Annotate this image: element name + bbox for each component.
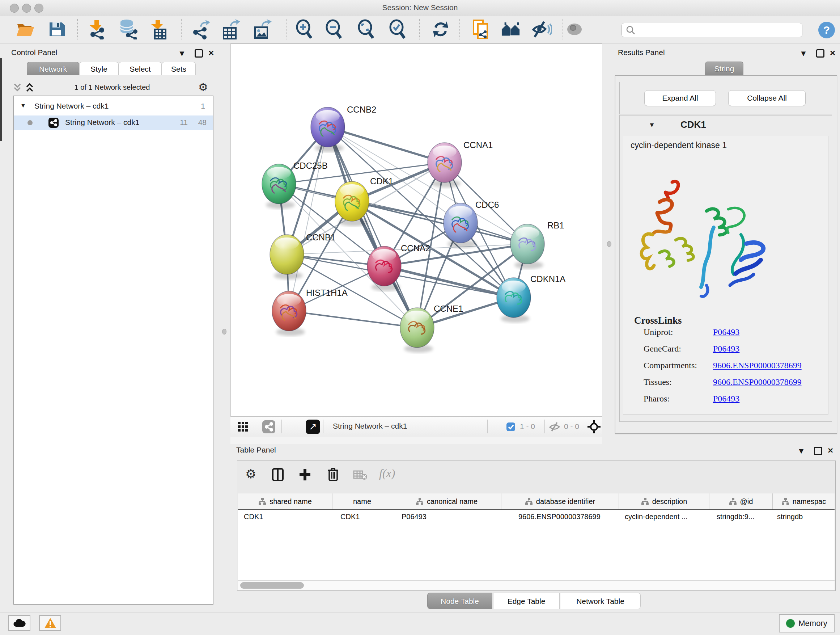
- first-neighbors-button[interactable]: [501, 19, 521, 40]
- graph-node-CDC6[interactable]: [444, 203, 477, 243]
- warnings-button[interactable]: [39, 615, 61, 631]
- search-input[interactable]: [622, 23, 802, 37]
- export-table-button[interactable]: [221, 19, 241, 40]
- import-table-button[interactable]: [148, 19, 169, 40]
- cell-database-identifier[interactable]: 9606.ENSP00000378699: [501, 510, 619, 523]
- column-header[interactable]: @id: [709, 494, 773, 509]
- cell-canonical-name[interactable]: P06493: [392, 510, 501, 523]
- crosslink-value[interactable]: P06493: [713, 327, 739, 337]
- import-network-database-button[interactable]: [118, 19, 138, 40]
- graph-node-HIST1H1A[interactable]: [272, 291, 306, 331]
- show-all-button[interactable]: [564, 19, 584, 40]
- collection-name: String Network – cdk1: [34, 102, 109, 111]
- expand-all-networks-button[interactable]: [12, 82, 22, 94]
- table-options-gear-icon[interactable]: ⚙: [245, 467, 256, 481]
- column-header[interactable]: namespac: [773, 494, 835, 509]
- scrollbar-thumb[interactable]: [240, 582, 304, 589]
- tab-node-table[interactable]: Node Table: [427, 593, 493, 609]
- column-header[interactable]: description: [619, 494, 709, 509]
- bird-eye-toggle-button[interactable]: [587, 420, 601, 435]
- grid-view-button[interactable]: [238, 421, 248, 434]
- column-header[interactable]: name: [332, 494, 392, 509]
- graph-node-CCNE1[interactable]: [400, 308, 434, 348]
- tab-select[interactable]: Select: [118, 62, 162, 75]
- column-header[interactable]: database identifier: [501, 494, 619, 509]
- graph-node-CCNA2[interactable]: [367, 246, 401, 286]
- network-view-share-button[interactable]: [262, 420, 275, 433]
- network-collection-row[interactable]: ▼ String Network – cdk1 1: [14, 100, 213, 113]
- graph-node-CCNA1[interactable]: [428, 143, 462, 182]
- zoom-selected-button[interactable]: [388, 19, 408, 40]
- graph-node-CDK1[interactable]: [335, 181, 369, 221]
- control-panel-menu-button[interactable]: ▼: [178, 50, 186, 57]
- tab-network[interactable]: Network: [27, 62, 79, 75]
- graph-node-CDKN1A[interactable]: [497, 278, 531, 318]
- table-horizontal-scrollbar[interactable]: [238, 580, 835, 590]
- hidden-indicator[interactable]: [549, 422, 561, 433]
- cell-description[interactable]: cyclin-dependent ...: [619, 510, 709, 523]
- open-session-button[interactable]: [15, 19, 35, 40]
- graph-node-CCNB1[interactable]: [270, 234, 304, 274]
- network-canvas[interactable]: CCNB2CCNA1CDC25BCDK1CDC6RB1CCNB1CCNA2CDK…: [231, 43, 602, 416]
- cell-name[interactable]: CDK1: [332, 510, 392, 523]
- import-network-file-button[interactable]: [87, 19, 107, 40]
- detach-view-button[interactable]: ↗: [306, 420, 320, 434]
- table-columns-button[interactable]: [272, 468, 284, 483]
- control-panel-close-button[interactable]: ×: [208, 49, 214, 57]
- graph-node-CDC25B[interactable]: [262, 164, 296, 204]
- tab-edge-table[interactable]: Edge Table: [493, 593, 560, 609]
- table-row[interactable]: CDK1 CDK1 P06493 9606.ENSP00000378699 cy…: [238, 510, 835, 523]
- table-panel-float-button[interactable]: [814, 447, 822, 455]
- crosslink-value[interactable]: 9606.ENSP00000378699: [713, 361, 802, 370]
- zoom-out-button[interactable]: [324, 19, 344, 40]
- collection-expand-caret[interactable]: ▼: [20, 103, 26, 109]
- network-table-splitter[interactable]: [231, 437, 602, 444]
- column-label: name: [353, 497, 371, 506]
- add-column-button[interactable]: [299, 468, 311, 483]
- table-panel-menu-button[interactable]: ▼: [797, 447, 805, 455]
- gene-collapse-caret[interactable]: ▼: [649, 121, 655, 129]
- export-network-button[interactable]: [190, 19, 210, 40]
- export-table-icon: [221, 19, 240, 40]
- hide-selected-button[interactable]: [532, 19, 552, 40]
- cell-namespace[interactable]: stringdb: [773, 510, 835, 523]
- zoom-fit-button[interactable]: [356, 19, 377, 40]
- tab-style[interactable]: Style: [79, 62, 118, 75]
- save-session-button[interactable]: [46, 19, 66, 40]
- column-header[interactable]: shared name: [238, 494, 332, 509]
- crosslink-label: Tissues:: [644, 377, 711, 387]
- delete-table-button[interactable]: [353, 470, 368, 482]
- export-image-button[interactable]: [253, 19, 273, 40]
- collapse-all-button[interactable]: Collapse All: [728, 90, 806, 106]
- automation-status-button[interactable]: [8, 615, 30, 631]
- refresh-button[interactable]: [431, 19, 451, 40]
- crosslink-value[interactable]: 9606.ENSP00000378699: [713, 377, 802, 386]
- column-header[interactable]: canonical name: [392, 494, 501, 509]
- results-panel-float-button[interactable]: [816, 49, 824, 57]
- control-panel-float-button[interactable]: [195, 49, 203, 57]
- results-panel-menu-button[interactable]: ▼: [799, 50, 807, 57]
- memory-button[interactable]: Memory: [779, 614, 835, 632]
- crosslink-value[interactable]: P06493: [713, 344, 739, 353]
- crosslink-value[interactable]: P06493: [713, 394, 739, 403]
- help-button[interactable]: ?: [818, 22, 835, 38]
- network-options-gear-icon[interactable]: ⚙: [198, 81, 208, 93]
- tab-sets[interactable]: Sets: [162, 62, 196, 75]
- tab-string[interactable]: String: [705, 62, 744, 75]
- collapse-all-networks-button[interactable]: [25, 82, 35, 94]
- selected-checkbox[interactable]: [506, 422, 515, 433]
- results-panel-close-button[interactable]: ×: [830, 49, 835, 57]
- zoom-in-button[interactable]: [294, 19, 315, 40]
- function-builder-button[interactable]: f(x): [379, 467, 395, 480]
- tab-network-table[interactable]: Network Table: [560, 593, 641, 609]
- network-row[interactable]: String Network – cdk1 11 48: [14, 116, 213, 130]
- graph-node-CCNB2[interactable]: [311, 107, 345, 147]
- expand-all-button[interactable]: Expand All: [644, 90, 716, 106]
- graph-node-RB1[interactable]: [510, 224, 545, 264]
- cell-shared-name[interactable]: CDK1: [238, 510, 332, 523]
- cell-id[interactable]: stringdb:9...: [709, 510, 773, 523]
- left-splitter-handle[interactable]: [222, 329, 226, 334]
- table-panel-close-button[interactable]: ×: [828, 447, 833, 454]
- delete-column-button[interactable]: [328, 467, 339, 483]
- clone-network-button[interactable]: [471, 19, 491, 40]
